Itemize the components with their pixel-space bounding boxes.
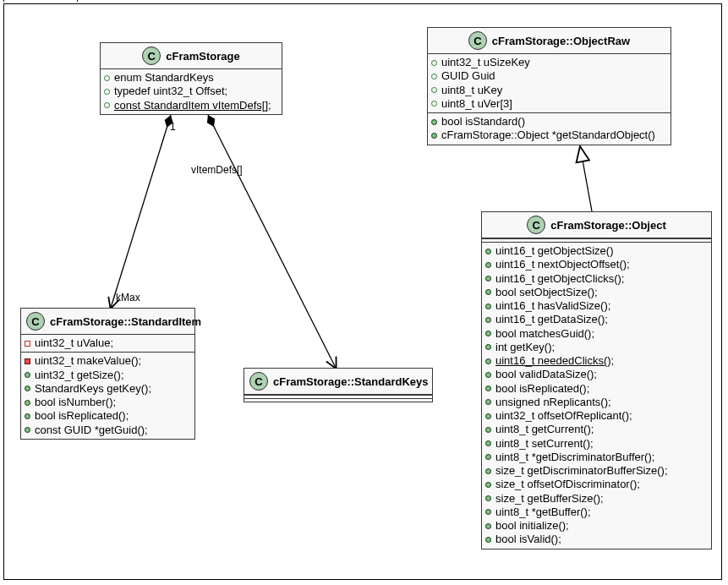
class-name: cFramStorage::Object — [550, 219, 666, 232]
mult-kmax: kMax — [116, 292, 140, 303]
op: uint32_t offsetOfReplicant(); — [495, 409, 632, 423]
class-objectraw: C cFramStorage::ObjectRaw uint32_t uSize… — [427, 27, 671, 145]
attr: uint8_t uVer[3] — [441, 97, 512, 111]
vis-public-icon — [485, 509, 491, 515]
vis-package-icon — [431, 60, 437, 66]
class-name: cFramStorage::StandardItem — [50, 315, 201, 328]
class-header: C cFramStorage::StandardKeys — [244, 369, 432, 395]
class-cframstorage: C cFramStorage enum StandardKeys typedef… — [100, 42, 282, 115]
vis-public-icon — [485, 440, 491, 446]
vis-public-icon — [431, 133, 437, 139]
op: StandardKeys getKey(); — [35, 382, 151, 396]
attr-static: const StandardItem vItemDefs[]; — [114, 99, 271, 112]
op: size_t getBufferSize(); — [495, 492, 604, 506]
vis-public-icon — [25, 400, 30, 406]
class-icon: C — [26, 312, 45, 331]
vis-private-op-icon — [25, 358, 30, 364]
class-header: C cFramStorage::ObjectRaw — [428, 28, 671, 54]
package-mccicatena: McciCatena 1 vItemDefs[] kMax C cFramSto… — [3, 3, 722, 580]
edge-label-vitemdefs: vItemDefs[] — [191, 164, 243, 176]
vis-public-icon — [485, 482, 491, 488]
op: int getKey(); — [495, 341, 555, 354]
op: bool isReplicated(); — [495, 382, 589, 396]
vis-package-icon — [104, 102, 110, 108]
vis-package-icon — [104, 75, 110, 81]
vis-public-icon — [485, 344, 491, 350]
op: const GUID *getGuid(); — [35, 424, 148, 437]
op: size_t offsetOfDiscriminator(); — [495, 478, 640, 491]
op: uint16_t nextObjectOffset(); — [495, 258, 630, 271]
vis-public-icon — [485, 537, 491, 543]
vis-public-icon — [485, 385, 491, 391]
vis-public-icon — [485, 358, 491, 364]
attributes: enum StandardKeys typedef uint32_t Offse… — [101, 69, 282, 114]
op: uint16_t hasValidSize(); — [495, 299, 610, 313]
class-name: cFramStorage — [166, 50, 239, 63]
class-header: C cFramStorage::Object — [482, 212, 711, 238]
vis-public-icon — [485, 427, 491, 433]
vis-public-icon — [485, 454, 491, 460]
class-name: cFramStorage::ObjectRaw — [492, 35, 630, 47]
op: bool validDataSize(); — [495, 368, 597, 381]
attributes: uint32_t uSizeKey GUID Guid uint8_t uKey… — [428, 54, 671, 112]
class-icon: C — [249, 372, 268, 391]
operations: uint32_t makeValue(); uint32_t getSize()… — [21, 352, 194, 439]
attr: typedef uint32_t Offset; — [114, 85, 227, 98]
attr: uint32_t uValue; — [35, 336, 113, 350]
vis-package-icon — [431, 74, 437, 79]
edge-object-to-objectraw — [580, 146, 592, 211]
class-header: C cFramStorage — [101, 43, 282, 69]
vis-public-icon — [485, 468, 491, 474]
vis-public-icon — [485, 399, 491, 405]
vis-public-icon — [485, 317, 491, 323]
operations-empty — [244, 398, 432, 402]
vis-public-icon — [485, 413, 491, 419]
op: uint16_t getDataSize(); — [495, 313, 608, 326]
vis-public-icon — [485, 276, 491, 282]
op: bool isValid(); — [495, 533, 561, 546]
class-icon: C — [468, 31, 487, 50]
class-icon: C — [142, 46, 161, 65]
vis-public-icon — [485, 289, 491, 295]
vis-public-icon — [25, 372, 30, 378]
class-name: cFramStorage::StandardKeys — [273, 375, 429, 388]
op: bool setObjectSize(); — [495, 286, 598, 299]
edge-storage-to-standarditem — [111, 115, 171, 308]
op: bool initialize(); — [495, 519, 569, 533]
attr: uint8_t uKey — [441, 84, 502, 97]
vis-package-icon — [104, 89, 110, 95]
vis-public-icon — [431, 119, 437, 125]
vis-public-icon — [485, 262, 491, 268]
vis-public-icon — [485, 523, 491, 529]
class-header: C cFramStorage::StandardItem — [21, 309, 194, 335]
op: bool isStandard() — [441, 115, 525, 128]
vis-public-icon — [485, 303, 491, 309]
op: size_t getDiscriminatorBufferSize(); — [495, 464, 668, 478]
op: uint32_t makeValue(); — [35, 354, 141, 368]
op: uint8_t *getDiscriminatorBuffer(); — [495, 451, 654, 464]
package-tab: McciCatena — [3, 0, 78, 2]
op: uint32_t getSize(); — [35, 369, 124, 382]
class-object: C cFramStorage::Object uint16_t getObjec… — [481, 211, 712, 549]
op: unsigned nReplicants(); — [495, 396, 611, 409]
attr: enum StandardKeys — [114, 71, 214, 85]
edge-storage-to-standardkeys — [208, 115, 336, 368]
attributes: uint32_t uValue; — [21, 335, 194, 352]
operations: uint16_t getObjectSize() uint16_t nextOb… — [482, 242, 711, 549]
class-standarditem: C cFramStorage::StandardItem uint32_t uV… — [20, 308, 195, 440]
op: uint8_t setCurrent(); — [495, 437, 594, 451]
vis-public-icon — [25, 427, 30, 433]
vis-public-icon — [485, 331, 491, 336]
vis-public-icon — [485, 249, 491, 254]
operations: bool isStandard() cFramStorage::Object *… — [428, 112, 671, 145]
package-name: McciCatena — [9, 0, 70, 2]
class-standardkeys: C cFramStorage::StandardKeys — [244, 368, 433, 402]
class-icon: C — [527, 216, 545, 234]
vis-public-icon — [25, 385, 30, 391]
op: uint8_t *getBuffer(); — [495, 506, 591, 519]
mult-1: 1 — [170, 121, 176, 133]
op: bool isNumber(); — [35, 396, 116, 409]
op: bool isReplicated(); — [35, 409, 129, 423]
op: cFramStorage::Object *getStandardObject(… — [441, 128, 655, 142]
attr: GUID Guid — [441, 69, 495, 83]
